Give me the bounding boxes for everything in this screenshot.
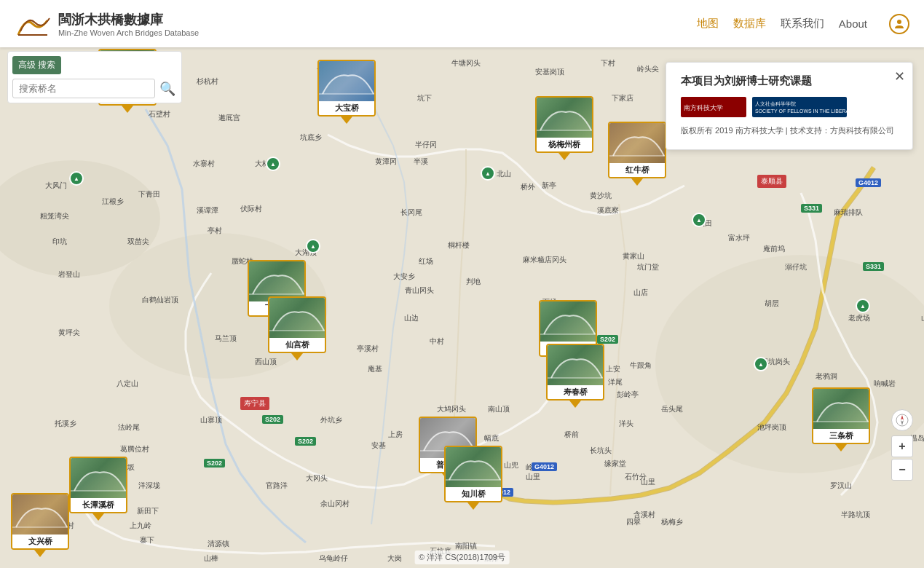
info-popup: ✕ 本项目为刘妍博士研究课题 南方科技大学 人文社会科学学院 SOCIETY O… (666, 62, 913, 150)
road-badge: S202 (262, 415, 283, 424)
zoom-in-button[interactable]: + (891, 435, 913, 457)
acls-logo: 人文社会科学学院 SOCIETY OF FELLOWS IN THE LIBER… (752, 97, 847, 117)
road-badge: S202 (295, 437, 316, 446)
search-button[interactable]: 🔍 (158, 79, 177, 98)
info-logos: 南方科技大学 人文社会科学学院 SOCIETY OF FELLOWS IN TH… (681, 97, 898, 117)
info-footer: 版权所有 2019 南方科技大学 | 技术支持：方舆科技有限公司 (681, 125, 898, 138)
logo-title: 閩浙木拱橋數據庫 (58, 11, 199, 28)
copyright: © 洋洋 CS(2018)1709号 (414, 551, 510, 564)
location-marker (481, 166, 495, 181)
location-marker (692, 213, 706, 227)
location-marker (266, 157, 280, 171)
bridge-label: 三条桥 (813, 429, 869, 443)
bridge-label: 仙宫桥 (269, 338, 325, 352)
county-badge: 泰顺县 (757, 175, 786, 188)
info-popup-close-button[interactable]: ✕ (894, 68, 905, 84)
bridge-pin (122, 106, 133, 113)
logo-subtitle: Min-Zhe Woven Arch Bridges Database (58, 28, 199, 37)
bridge-marker-xiangong[interactable]: 仙宫桥 (268, 296, 326, 360)
header: 閩浙木拱橋數據庫 Min-Zhe Woven Arch Bridges Data… (0, 0, 924, 47)
county-badge: 寿宁县 (240, 397, 269, 410)
bridge-label: 长潭溪桥 (71, 498, 126, 512)
logo-area: 閩浙木拱橋數據庫 Min-Zhe Woven Arch Bridges Data… (15, 9, 697, 39)
bridge-pin (92, 513, 104, 521)
bridge-pin (835, 444, 847, 451)
university-logo: 南方科技大学 (681, 97, 746, 117)
svg-text:SOCIETY OF FELLOWS IN THE LIBE: SOCIETY OF FELLOWS IN THE LIBERAL ARTS (755, 109, 847, 114)
road-badge: G4012 (532, 462, 557, 471)
bridge-label: 杨梅州桥 (537, 138, 592, 151)
map-container[interactable]: 双面山后村杉杭村长冈头牛塘冈头安基岗顶下村岭头尖下家店半岭仔村天关山麻瑞排队大风… (0, 0, 924, 568)
advanced-search-button[interactable]: 高级 搜索 (12, 56, 61, 74)
bridge-label: 大宝桥 (319, 101, 374, 115)
bridge-pin (34, 550, 46, 557)
road-badge: S331 (801, 204, 822, 213)
road-badge: S202 (597, 335, 618, 344)
bridge-label: 知川桥 (446, 487, 501, 501)
location-marker (754, 357, 768, 371)
bridge-label: 寿春桥 (548, 385, 603, 399)
location-marker (69, 171, 84, 186)
bridge-pin (569, 401, 581, 408)
bridge-marker-changtan[interactable]: 长潭溪桥 (69, 457, 127, 521)
svg-point-31 (897, 20, 901, 24)
nav-about[interactable]: About (839, 17, 867, 30)
bridge-pin (631, 178, 643, 186)
bridge-pin (291, 353, 303, 360)
nav-database[interactable]: 数据库 (733, 17, 766, 31)
bridge-pin (467, 502, 479, 510)
search-row: 🔍 (12, 79, 177, 98)
svg-text:南方科技大学: 南方科技大学 (684, 104, 723, 111)
nav-map[interactable]: 地图 (697, 17, 719, 31)
logo-icon (15, 9, 51, 39)
info-popup-title: 本项目为刘妍博士研究课题 (681, 74, 898, 88)
bridge-pin (341, 117, 352, 124)
bridge-marker-hongye[interactable]: 红牛桥 (608, 122, 666, 186)
advanced-search-label: 高级 搜索 (18, 60, 55, 70)
bridge-label: 红牛桥 (609, 163, 665, 177)
location-marker (856, 299, 870, 313)
nav-contact[interactable]: 联系我们 (781, 17, 824, 31)
bridge-label: 文兴桥 (12, 535, 68, 548)
map-controls: + − (891, 409, 913, 481)
zoom-out-button[interactable]: − (891, 459, 913, 481)
location-marker (306, 239, 320, 253)
search-panel: 高级 搜索 🔍 (7, 51, 182, 103)
road-badge: S331 (863, 262, 884, 271)
svg-text:人文社会科学学院: 人文社会科学学院 (755, 101, 796, 107)
nav-links: 地图 数据库 联系我们 About (697, 14, 909, 34)
search-input[interactable] (12, 79, 155, 98)
bridge-marker-wenxi[interactable]: 文兴桥 (11, 493, 69, 557)
compass-button[interactable] (891, 409, 913, 431)
user-icon[interactable] (889, 14, 909, 34)
bridge-marker-yangmeizhou[interactable]: 杨梅州桥 (535, 96, 593, 160)
logo-text: 閩浙木拱橋數據庫 Min-Zhe Woven Arch Bridges Data… (58, 11, 199, 37)
road-badge: S202 (204, 459, 225, 468)
bridge-pin (558, 153, 570, 160)
svg-rect-34 (752, 97, 847, 117)
road-badge: G4012 (856, 178, 881, 187)
bridge-marker-shouchun[interactable]: 寿春桥 (546, 344, 604, 408)
bridge-marker-zhichuan[interactable]: 知川桥 (444, 446, 502, 510)
bridge-marker-santiaoqiao[interactable]: 三条桥 (812, 387, 870, 451)
bridge-marker-dabo[interactable]: 大宝桥 (317, 60, 376, 124)
